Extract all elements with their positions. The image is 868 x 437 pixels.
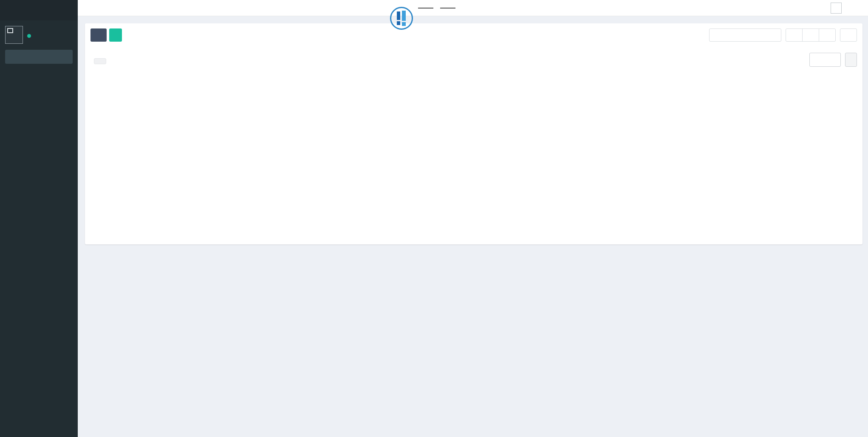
user-status bbox=[27, 34, 33, 38]
user-meta bbox=[27, 32, 33, 38]
top-navbar bbox=[78, 0, 868, 16]
table-footer bbox=[90, 53, 857, 67]
app-root bbox=[0, 0, 868, 437]
menu-search-button[interactable] bbox=[58, 50, 73, 64]
user-avatar[interactable] bbox=[831, 3, 842, 14]
main-area bbox=[78, 0, 868, 437]
export-button[interactable] bbox=[819, 28, 836, 42]
online-status-dot bbox=[27, 34, 31, 38]
table-search-button[interactable] bbox=[840, 28, 857, 42]
pagination-summary bbox=[90, 56, 110, 64]
toolbar-right bbox=[709, 28, 857, 42]
sidebar-search bbox=[5, 50, 73, 64]
user-list-card bbox=[85, 23, 862, 244]
columns-button[interactable] bbox=[802, 28, 819, 42]
navbar-right bbox=[788, 0, 868, 16]
pagination bbox=[803, 53, 857, 67]
sidebar bbox=[0, 0, 78, 437]
content bbox=[78, 16, 868, 437]
add-virtual-user-button[interactable] bbox=[109, 28, 122, 42]
refresh-button[interactable] bbox=[90, 28, 107, 42]
jump-button[interactable] bbox=[845, 53, 857, 67]
broken-image-icon bbox=[7, 28, 13, 33]
user-panel bbox=[0, 20, 78, 48]
jump-page-input[interactable] bbox=[809, 53, 841, 67]
table-toolbar bbox=[90, 28, 857, 42]
per-page-select[interactable] bbox=[94, 58, 106, 64]
app-title bbox=[0, 0, 78, 20]
sidebar-toggle-button[interactable] bbox=[78, 0, 97, 16]
table-search-input[interactable] bbox=[709, 28, 781, 42]
menu-search-input[interactable] bbox=[5, 50, 58, 64]
avatar bbox=[5, 26, 23, 44]
card-view-button[interactable] bbox=[786, 28, 803, 42]
view-button-group bbox=[786, 28, 836, 42]
